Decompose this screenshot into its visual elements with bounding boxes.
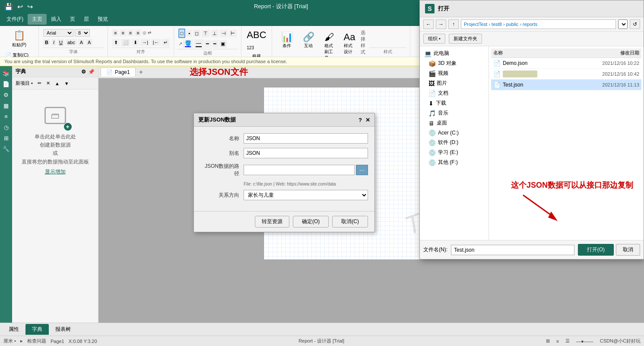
- view-icon-1[interactable]: ⊞: [546, 338, 550, 344]
- tree-item-desktop[interactable]: 🖥桌面: [422, 118, 486, 128]
- file-item-blurred[interactable]: 📄 2021/12/16 10:42: [491, 69, 641, 80]
- relation-select[interactable]: 家长与儿童: [244, 190, 368, 200]
- tree-item-f[interactable]: 💿其他 (F:): [422, 157, 486, 167]
- sidebar-icon5[interactable]: ≡: [1, 112, 11, 121]
- border-style-button[interactable]: ━: [204, 40, 211, 48]
- border-width-button[interactable]: ━: [212, 40, 218, 48]
- menu-insert[interactable]: 插入: [47, 14, 66, 25]
- dict-show-more-link[interactable]: 显示增加: [45, 168, 66, 176]
- align-center-button[interactable]: ≡: [120, 29, 126, 36]
- unit-selector[interactable]: 厘米 •: [3, 338, 16, 344]
- file-cancel-button[interactable]: 取消: [616, 244, 640, 256]
- sidebar-icon8[interactable]: 🔧: [1, 144, 11, 154]
- move-up-button[interactable]: ▲: [53, 80, 61, 87]
- tree-item-downloads[interactable]: ⬇下载: [422, 98, 486, 108]
- wrap-button[interactable]: ↵: [162, 39, 169, 46]
- bottom-tab-properties[interactable]: 属性: [2, 324, 25, 335]
- tree-item-music[interactable]: 🎵音乐: [422, 108, 486, 118]
- bottom-tab-report-tree[interactable]: 报表树: [49, 324, 77, 335]
- fill-color-button[interactable]: 🪣: [183, 39, 193, 48]
- path-hint: File: c:\file.json | Web: https://www.si…: [244, 182, 368, 186]
- format-brush-button[interactable]: 🖌 格式刷工具: [320, 29, 338, 53]
- align-left-button[interactable]: ≡: [112, 29, 118, 36]
- sidebar-icon6[interactable]: ◷: [1, 122, 11, 132]
- move-down-button[interactable]: ▼: [63, 80, 71, 87]
- undo-icon[interactable]: ↩: [17, 3, 23, 11]
- paste-button[interactable]: 📋 粘贴(P): [3, 28, 35, 50]
- style-design-button[interactable]: Aa 样式设计: [340, 29, 359, 53]
- indent-button[interactable]: →|: [140, 39, 150, 46]
- strikethrough-button[interactable]: abc: [66, 39, 77, 46]
- tree-item-docs[interactable]: 📄文档: [422, 88, 486, 98]
- menu-file[interactable]: 文件(F): [2, 14, 28, 25]
- align-justify-button[interactable]: ≡: [135, 29, 141, 36]
- sidebar-prop-icon[interactable]: ⚙: [1, 90, 11, 99]
- save-icon[interactable]: 💾: [4, 3, 13, 11]
- border-left-button[interactable]: ⊣: [220, 30, 228, 37]
- outdent-button[interactable]: |←: [151, 39, 161, 46]
- file-item-test[interactable]: 📄 Test.json 2021/12/16 11:13: [491, 80, 641, 90]
- new-project-button[interactable]: 新项目 •: [14, 79, 35, 87]
- redo-icon[interactable]: ↪: [27, 3, 33, 11]
- tree-item-video[interactable]: 🎬视频: [422, 68, 486, 78]
- valign-top-button[interactable]: ⬆: [112, 39, 120, 46]
- view-icon-2[interactable]: ≡: [556, 339, 559, 344]
- menu-layer[interactable]: 层: [79, 14, 93, 25]
- sidebar-dict-icon[interactable]: 📚: [1, 68, 11, 78]
- border-bottom-button[interactable]: ⊥: [211, 30, 219, 37]
- highlight-button[interactable]: A: [86, 39, 92, 46]
- menu-preview[interactable]: 预览: [93, 14, 112, 25]
- underline-button[interactable]: U: [57, 39, 64, 46]
- valign-middle-button[interactable]: ⬜: [121, 39, 130, 46]
- valign-bottom-button[interactable]: ⬇: [132, 39, 139, 46]
- bottom-tab-dict[interactable]: 字典: [25, 324, 49, 335]
- edit-button[interactable]: ✏: [36, 80, 43, 87]
- delete-dict-button[interactable]: ✕: [44, 80, 52, 87]
- border-color-button[interactable]: —: [194, 39, 203, 48]
- filename-input[interactable]: [451, 245, 574, 255]
- browse-button[interactable]: ···: [356, 165, 368, 175]
- border-outside-button[interactable]: ◻: [193, 30, 200, 37]
- font-family-select[interactable]: Arial: [43, 29, 73, 37]
- page1-tab[interactable]: 📄 Page1: [101, 67, 136, 77]
- name-input[interactable]: [244, 133, 368, 144]
- border-none-button[interactable]: □: [178, 29, 186, 38]
- shadow-button[interactable]: ▣: [219, 40, 227, 48]
- font-color-button[interactable]: A: [78, 39, 85, 46]
- condition-button[interactable]: 📊 条件: [277, 29, 297, 53]
- italic-button[interactable]: I: [51, 39, 56, 46]
- sidebar-comp-icon[interactable]: ▦: [1, 101, 11, 110]
- alias-row: 别名: [200, 148, 368, 158]
- tree-item-pictures[interactable]: 🖼图片: [422, 78, 486, 88]
- check-issues-button[interactable]: 检查问题: [27, 338, 46, 344]
- bold-button[interactable]: B: [43, 39, 50, 46]
- cancel-button[interactable]: 取消(C): [332, 216, 368, 227]
- border-right-button[interactable]: ⊢: [229, 30, 237, 37]
- tree-item-acer[interactable]: 💿Acer (C:): [422, 128, 486, 138]
- zoom-slider[interactable]: —●——: [576, 339, 593, 344]
- font-size-select[interactable]: 8: [75, 29, 90, 37]
- sidebar-new-icon[interactable]: 📄: [1, 79, 11, 89]
- dialog-close-icon[interactable]: ✕: [365, 117, 370, 123]
- menu-home[interactable]: 主页: [28, 14, 47, 25]
- dict-pin-icon[interactable]: 📌: [88, 69, 95, 75]
- csdn-watermark: CSDN@小C好好玩: [600, 338, 641, 344]
- align-right-button[interactable]: ≡: [127, 29, 133, 36]
- view-icon-3[interactable]: ☰: [565, 338, 570, 344]
- dialog-help-icon[interactable]: ?: [358, 117, 362, 123]
- dict-settings-icon[interactable]: ⚙: [81, 69, 86, 75]
- goto-source-button[interactable]: 转至资源: [255, 216, 289, 227]
- interaction-button[interactable]: 🔗 互动: [299, 29, 318, 53]
- border-top-button[interactable]: ⊤: [202, 30, 209, 37]
- alias-input[interactable]: [244, 148, 368, 158]
- tree-item-e[interactable]: 💿学习 (E:): [422, 147, 486, 157]
- border-all-button[interactable]: ▪: [187, 30, 192, 37]
- ok-button[interactable]: 确定(O): [293, 216, 329, 227]
- tree-item-d[interactable]: 💿软件 (D:): [422, 138, 486, 147]
- coordinates-display: X:0.08 Y:3.20: [69, 339, 97, 344]
- menu-page[interactable]: 页: [66, 14, 79, 25]
- sidebar-icon7[interactable]: ⊞: [1, 133, 11, 143]
- add-tab-button[interactable]: +: [136, 67, 146, 77]
- path-input[interactable]: [244, 165, 355, 175]
- open-button[interactable]: 打开(O): [578, 244, 614, 256]
